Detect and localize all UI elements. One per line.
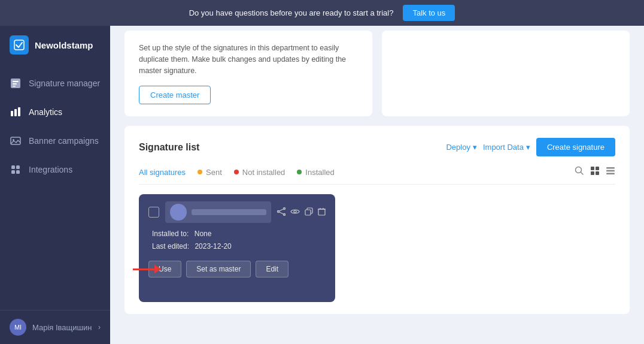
sidebar-footer-user: МІ Марія Іващишин xyxy=(10,319,92,336)
copy-icon[interactable] xyxy=(305,207,313,218)
filter-right-controls xyxy=(575,166,615,178)
svg-rect-4 xyxy=(13,86,16,87)
svg-rect-20 xyxy=(606,167,615,169)
filter-installed-label: Installed xyxy=(305,168,334,177)
last-edited-value: 2023-12-20 xyxy=(195,242,231,251)
sidebar-item-analytics[interactable]: Analytics xyxy=(0,98,110,126)
search-button[interactable] xyxy=(575,166,584,178)
svg-line-27 xyxy=(279,212,283,214)
create-master-button[interactable]: Create master xyxy=(139,86,211,104)
create-signature-button[interactable]: Create signature xyxy=(536,138,615,156)
svg-rect-31 xyxy=(318,209,325,215)
filter-sent[interactable]: Sent xyxy=(198,168,222,177)
sig-list-header: Signature list Deploy ▾ Import Data ▾ Cr… xyxy=(139,138,615,156)
logo-text: Newoldstamp xyxy=(35,40,93,50)
sig-card-meta: Installed to: None Last edited: 2023-12-… xyxy=(148,228,326,252)
sig-card-buttons: Use Set as master Edit xyxy=(148,261,326,277)
sidebar-item-signature-manager[interactable]: Signature manager xyxy=(0,69,110,98)
top-banner: Do you have questions before you are rea… xyxy=(0,0,644,26)
not-installed-dot xyxy=(234,170,239,174)
sig-card-action-icons xyxy=(277,207,326,218)
filter-not-installed-label: Not installed xyxy=(242,168,285,177)
arrow-line xyxy=(133,268,154,270)
svg-rect-7 xyxy=(18,107,20,116)
svg-point-24 xyxy=(278,210,280,212)
card-description: Set up the style of the signatures in th… xyxy=(139,43,358,76)
sig-preview-avatar xyxy=(170,204,187,221)
svg-point-25 xyxy=(284,213,285,215)
sidebar-item-label-sig: Signature manager xyxy=(29,79,100,88)
svg-rect-17 xyxy=(596,167,599,170)
signature-manager-icon xyxy=(10,77,22,89)
sig-card-top xyxy=(148,201,326,223)
banner-text: Do you have questions before you are rea… xyxy=(189,8,394,17)
arrow-head xyxy=(154,265,162,273)
user-name: Марія Іващишин xyxy=(32,323,92,332)
installed-to-value: None xyxy=(195,230,212,238)
svg-rect-30 xyxy=(305,210,311,215)
sidebar-footer: МІ Марія Іващишин › xyxy=(0,310,110,344)
sig-card-preview xyxy=(165,201,271,223)
import-data-button[interactable]: Import Data ▾ xyxy=(483,143,530,152)
installed-dot xyxy=(297,170,302,174)
sig-list-actions: Deploy ▾ Import Data ▾ Create signature xyxy=(446,138,615,156)
filter-all-signatures[interactable]: All signatures xyxy=(139,168,186,177)
sig-list-title: Signature list xyxy=(139,142,199,153)
grid-view-button[interactable] xyxy=(590,166,600,178)
sidebar-logo: Newoldstamp xyxy=(0,26,110,64)
arrow-indicator xyxy=(133,265,162,273)
svg-rect-10 xyxy=(11,165,15,169)
user-avatar: МІ xyxy=(10,319,26,336)
sidebar-footer-arrow-icon[interactable]: › xyxy=(98,323,101,331)
svg-rect-12 xyxy=(11,170,15,174)
last-edited-label: Last edited: xyxy=(152,242,189,251)
svg-rect-21 xyxy=(606,170,615,172)
deploy-chevron-icon: ▾ xyxy=(473,143,477,152)
import-chevron-icon: ▾ xyxy=(526,143,530,152)
sig-card-checkbox[interactable] xyxy=(148,207,159,218)
sig-cards-area: Installed to: None Last edited: 2023-12-… xyxy=(139,194,615,302)
svg-rect-19 xyxy=(596,171,599,175)
logo-icon xyxy=(10,35,29,55)
empty-card xyxy=(382,31,630,116)
svg-point-9 xyxy=(13,139,14,141)
banner-campaigns-icon xyxy=(10,135,22,147)
sidebar: Newoldstamp Signature manager Analytics … xyxy=(0,26,110,344)
svg-rect-3 xyxy=(13,83,17,85)
deploy-button[interactable]: Deploy ▾ xyxy=(446,143,476,152)
filter-all-label: All signatures xyxy=(139,168,186,177)
signature-list-section: Signature list Deploy ▾ Import Data ▾ Cr… xyxy=(124,126,630,314)
integrations-icon xyxy=(10,164,22,176)
edit-button[interactable]: Edit xyxy=(256,261,288,277)
installed-to-label: Installed to: xyxy=(152,230,189,238)
svg-point-23 xyxy=(284,207,285,209)
filter-not-installed[interactable]: Not installed xyxy=(234,168,285,177)
svg-rect-18 xyxy=(591,171,594,175)
sidebar-item-label-integrations: Integrations xyxy=(29,165,72,174)
analytics-icon xyxy=(10,106,22,118)
svg-rect-13 xyxy=(16,170,20,174)
main-content: Set up the style of the signatures in th… xyxy=(110,26,644,344)
delete-icon[interactable] xyxy=(318,207,326,218)
list-view-button[interactable] xyxy=(606,166,615,178)
app-body: Newoldstamp Signature manager Analytics … xyxy=(0,26,644,344)
svg-rect-6 xyxy=(14,109,17,116)
set-as-master-button[interactable]: Set as master xyxy=(186,261,251,277)
svg-rect-16 xyxy=(591,167,594,170)
signature-card: Installed to: None Last edited: 2023-12-… xyxy=(139,194,335,302)
svg-rect-22 xyxy=(606,173,615,175)
svg-rect-11 xyxy=(16,165,20,169)
share-icon[interactable] xyxy=(277,207,285,218)
filter-installed[interactable]: Installed xyxy=(297,168,334,177)
sidebar-item-banner-campaigns[interactable]: Banner campaigns xyxy=(0,126,110,155)
sidebar-nav: Signature manager Analytics Banner campa… xyxy=(0,64,110,310)
eye-icon[interactable] xyxy=(290,207,300,217)
talk-to-us-button[interactable]: Talk to us xyxy=(403,5,455,21)
sent-dot xyxy=(198,170,202,174)
sidebar-item-label-banner: Banner campaigns xyxy=(29,136,99,146)
sidebar-item-label-analytics: Analytics xyxy=(29,107,62,117)
sig-preview-name-blur xyxy=(192,209,266,215)
svg-point-28 xyxy=(294,210,296,213)
filter-sent-label: Sent xyxy=(206,168,222,177)
sidebar-item-integrations[interactable]: Integrations xyxy=(0,155,110,184)
